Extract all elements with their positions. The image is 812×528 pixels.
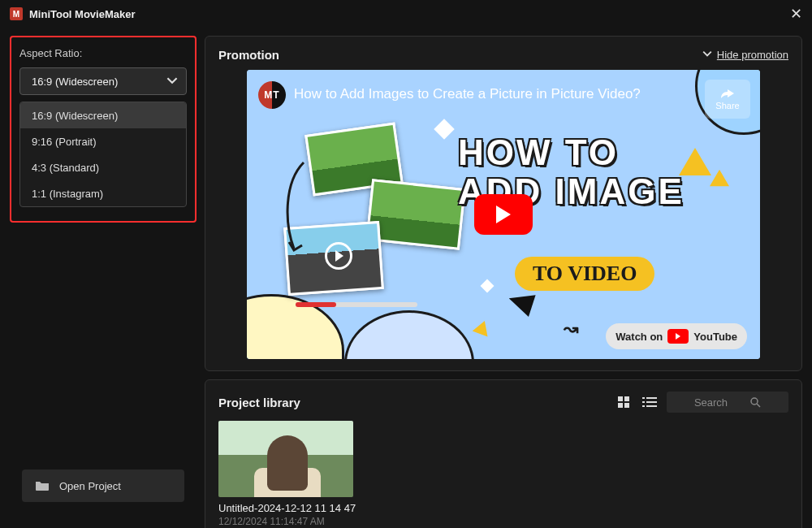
- aspect-option-16-9[interactable]: 16:9 (Widescreen): [20, 102, 186, 128]
- close-icon[interactable]: ✕: [790, 5, 802, 23]
- progress-bar-icon: [296, 302, 417, 307]
- svg-rect-9: [646, 405, 657, 407]
- promo-video-title: How to Add Images to Create a Picture in…: [294, 86, 641, 102]
- aspect-option-9-16[interactable]: 9:16 (Portrait): [20, 128, 186, 154]
- youtube-play-icon[interactable]: [474, 194, 533, 235]
- share-label: Share: [715, 101, 739, 110]
- list-icon: [642, 396, 657, 408]
- aspect-ratio-panel: Aspect Ratio: 16:9 (Widescreen) 16:9 (Wi…: [10, 36, 197, 223]
- aspect-ratio-select[interactable]: 16:9 (Widescreen): [19, 67, 187, 95]
- app-icon: M: [10, 7, 23, 20]
- youtube-icon: [667, 329, 689, 344]
- promotion-title: Promotion: [218, 48, 279, 62]
- aspect-ratio-selected: 16:9 (Widescreen): [32, 76, 118, 88]
- watch-on-label: Watch on: [615, 331, 663, 343]
- grid-icon: [617, 396, 630, 409]
- project-thumbnail[interactable]: [218, 421, 353, 497]
- search-placeholder: Search: [694, 396, 728, 409]
- share-button[interactable]: Share: [705, 80, 750, 119]
- svg-point-10: [751, 398, 758, 405]
- chevron-down-icon: [166, 75, 178, 89]
- to-video-pill: TO VIDEO: [515, 257, 654, 291]
- list-view-button[interactable]: [641, 393, 659, 411]
- project-item[interactable]: Untitled-2024-12-12 11 14 47 12/12/2024 …: [218, 421, 356, 527]
- hide-promotion-link[interactable]: Hide promotion: [702, 49, 788, 61]
- arrow-icon: [279, 158, 312, 255]
- open-project-button[interactable]: Open Project: [22, 470, 184, 502]
- folder-icon: [35, 479, 50, 493]
- svg-rect-4: [642, 397, 645, 399]
- app-title: MiniTool MovieMaker: [29, 8, 136, 20]
- svg-rect-7: [646, 401, 657, 403]
- mt-logo-icon: MT: [258, 81, 286, 109]
- grid-view-button[interactable]: [615, 393, 633, 411]
- project-library-title: Project library: [218, 396, 300, 409]
- hide-promotion-label: Hide promotion: [717, 49, 788, 61]
- watch-on-youtube-button[interactable]: Watch on YouTube: [606, 323, 747, 349]
- search-icon: [750, 397, 761, 408]
- search-input[interactable]: Search: [667, 392, 788, 413]
- promotion-card: Promotion Hide promotion: [205, 36, 802, 371]
- svg-rect-1: [624, 396, 629, 401]
- share-icon: [720, 88, 735, 99]
- svg-rect-3: [624, 403, 629, 408]
- project-name: Untitled-2024-12-12 11 14 47: [218, 502, 356, 514]
- project-date: 12/12/2024 11:14:47 AM: [218, 516, 356, 527]
- svg-rect-2: [618, 403, 623, 408]
- chevron-down-icon: [702, 49, 712, 61]
- svg-rect-5: [646, 397, 657, 399]
- project-library-card: Project library Search: [205, 379, 802, 528]
- inner-play-icon: [325, 242, 352, 270]
- open-project-label: Open Project: [59, 480, 121, 492]
- headline-1: HOW TO: [458, 133, 739, 172]
- svg-line-11: [757, 404, 760, 407]
- aspect-option-4-3[interactable]: 4:3 (Standard): [20, 154, 186, 180]
- aspect-ratio-options: 16:9 (Widescreen) 9:16 (Portrait) 4:3 (S…: [19, 102, 187, 207]
- squiggle-icon: ↝: [564, 318, 578, 340]
- aspect-ratio-label: Aspect Ratio:: [19, 47, 187, 59]
- aspect-option-1-1[interactable]: 1:1 (Instagram): [20, 180, 186, 206]
- youtube-label: YouTube: [693, 331, 737, 343]
- promo-video[interactable]: MT How to Add Images to Create a Picture…: [247, 70, 760, 359]
- svg-rect-8: [642, 405, 645, 407]
- svg-rect-6: [642, 401, 645, 403]
- svg-rect-0: [618, 396, 623, 401]
